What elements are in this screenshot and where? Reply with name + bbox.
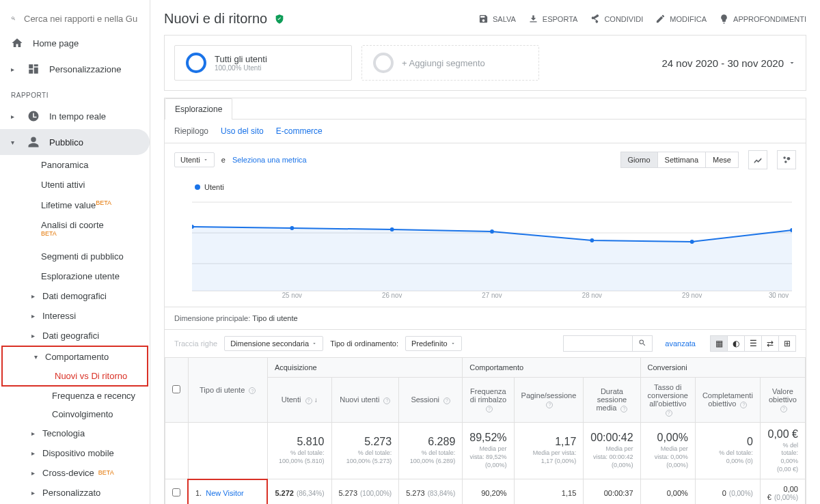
table-search-input[interactable] <box>564 336 632 351</box>
row-checkbox[interactable] <box>172 488 180 496</box>
highlight-box-behavior: ▾Comportamento Nuovi vs Di ritorno <box>1 346 148 387</box>
sub-geo[interactable]: ▸Dati geografici <box>0 326 150 346</box>
sub-userexp[interactable]: Esplorazione utente <box>0 266 150 286</box>
help-icon[interactable]: ? <box>486 406 493 412</box>
chevron-right-icon: ▸ <box>11 113 18 120</box>
tab-exploration[interactable]: Esplorazione <box>165 98 232 120</box>
sub-active[interactable]: Utenti attivi <box>0 175 150 195</box>
view-pie-button[interactable]: ◐ <box>727 335 745 352</box>
view-table-button[interactable]: ▦ <box>710 335 728 352</box>
export-button[interactable]: ESPORTA <box>528 14 578 24</box>
help-icon[interactable]: ? <box>620 406 627 412</box>
table-search-button[interactable] <box>632 336 652 351</box>
subtab-row: Riepilogo Uso del sito E-commerce <box>165 120 806 143</box>
col-goal-value[interactable]: Valore obiettivo ? <box>760 378 805 423</box>
col-duration[interactable]: Durata sessione media ? <box>584 378 640 423</box>
data-table: Tipo di utente ? Acquisizione Comportame… <box>165 357 806 504</box>
share-button[interactable]: CONDIVIDI <box>590 14 643 24</box>
row-link[interactable]: New Visitor <box>206 489 243 497</box>
clock-icon <box>27 110 40 122</box>
user-icon <box>27 136 40 148</box>
insights-icon <box>719 14 729 24</box>
nav-audience[interactable]: ▾ Pubblico <box>0 129 150 155</box>
nav-custom[interactable]: ▸ Personalizzazione <box>0 56 150 82</box>
segment-all-users[interactable]: Tutti gli utenti 100,00% Utenti <box>174 45 352 81</box>
tab-row: Esplorazione <box>165 98 806 120</box>
save-icon <box>478 14 489 24</box>
page-title: Nuovi e di ritorno <box>164 11 267 27</box>
chart-line-button[interactable] <box>748 150 767 169</box>
help-icon[interactable]: ? <box>666 410 672 417</box>
sub-interests[interactable]: ▸Interessi <box>0 306 150 326</box>
help-icon[interactable]: ? <box>383 397 390 404</box>
help-icon[interactable]: ? <box>546 402 553 408</box>
sort-dropdown[interactable]: Predefinito <box>405 336 462 351</box>
view-bar-button[interactable]: ☰ <box>744 335 762 352</box>
search-input[interactable] <box>24 14 139 24</box>
help-icon[interactable]: ? <box>780 406 787 412</box>
toolbar: SALVA ESPORTA CONDIVIDI MODIFICA APPROFO… <box>478 14 806 24</box>
subtab-ecommerce[interactable]: E-commerce <box>276 126 323 136</box>
chevron-down-icon: ▾ <box>11 139 18 146</box>
beta-badge: BETA <box>96 199 111 206</box>
svg-point-1 <box>787 157 791 160</box>
sub-new-vs-returning[interactable]: Nuovi vs Di ritorno <box>3 367 147 385</box>
sub-engage[interactable]: Coinvolgimento <box>0 405 150 423</box>
reports-section-label: RAPPORTI <box>0 82 150 103</box>
day-button[interactable]: Giorno <box>620 152 658 168</box>
help-icon[interactable]: ? <box>443 397 450 404</box>
svg-point-2 <box>784 160 787 163</box>
col-sessions[interactable]: Sessioni ? <box>399 378 463 423</box>
sort-arrow-icon: ↓ <box>314 396 318 404</box>
help-icon[interactable]: ? <box>249 387 256 394</box>
view-comparison-button[interactable]: ⇄ <box>761 335 779 352</box>
col-completions[interactable]: Completamenti obiettivo ? <box>695 378 760 423</box>
beta-badge: BETA <box>41 230 57 237</box>
col-users[interactable]: Utenti ? ↓ <box>267 378 331 423</box>
sub-custom2[interactable]: ▸Personalizzato <box>0 483 150 503</box>
week-button[interactable]: Settimana <box>657 152 707 168</box>
sub-segments[interactable]: Segmenti di pubblico <box>0 247 150 266</box>
month-button[interactable]: Mese <box>705 152 739 168</box>
sub-overview[interactable]: Panoramica <box>0 155 150 175</box>
col-type[interactable]: Tipo di utente <box>200 386 245 394</box>
sub-freq[interactable]: Frequenza e recency <box>0 387 150 405</box>
subtab-site-usage[interactable]: Uso del sito <box>221 126 264 136</box>
chevron-right-icon: ▸ <box>31 449 38 457</box>
col-bounce[interactable]: Frequenza di rimbalzo ? <box>463 378 514 423</box>
nav-realtime[interactable]: ▸ In tempo reale <box>0 103 150 129</box>
add-segment-label: + Aggiungi segmento <box>402 58 485 68</box>
segment-circle-icon <box>186 53 206 73</box>
sub-behavior[interactable]: ▾Comportamento <box>3 347 147 367</box>
insights-button[interactable]: APPROFONDIMENTI <box>719 14 806 24</box>
secondary-dim-dropdown[interactable]: Dimensione secondaria <box>224 336 323 351</box>
help-icon[interactable]: ? <box>305 397 312 404</box>
date-range-picker[interactable]: 24 nov 2020 - 30 nov 2020 <box>662 57 796 69</box>
col-pages[interactable]: Pagine/sessione ? <box>514 378 584 423</box>
nav-realtime-label: In tempo reale <box>49 111 106 122</box>
add-segment[interactable]: + Aggiungi segmento <box>361 45 539 81</box>
sub-lifetime[interactable]: Lifetime valueBETA <box>0 195 150 215</box>
view-pivot-button[interactable]: ⊞ <box>778 335 796 352</box>
select-metric-link[interactable]: Seleziona una metrica <box>232 156 307 164</box>
share-icon <box>590 14 600 24</box>
col-new-users[interactable]: Nuovi utenti ? <box>331 378 399 423</box>
select-all-checkbox[interactable] <box>172 385 180 393</box>
sub-mobile[interactable]: ▸Dispositivo mobile <box>0 443 150 463</box>
metric-dropdown[interactable]: Utenti <box>174 152 215 167</box>
subtab-summary[interactable]: Riepilogo <box>174 126 208 136</box>
sub-demo[interactable]: ▸Dati demografici <box>0 286 150 306</box>
save-button[interactable]: SALVA <box>478 14 516 24</box>
chart-motion-button[interactable] <box>777 150 796 169</box>
advanced-link[interactable]: avanzata <box>665 339 696 348</box>
segment-card: Tutti gli utenti 100,00% Utenti + Aggiun… <box>164 35 806 91</box>
help-icon[interactable]: ? <box>740 402 747 408</box>
edit-button[interactable]: MODIFICA <box>655 14 707 24</box>
sub-tech[interactable]: ▸Tecnologia <box>0 423 150 443</box>
svg-point-14 <box>590 238 594 242</box>
sub-cross[interactable]: ▸Cross-device BETA <box>0 463 150 483</box>
nav-home[interactable]: Home page <box>0 30 150 56</box>
col-conv-rate[interactable]: Tasso di conversione all'obiettivo ? <box>640 378 695 423</box>
sort-label: Tipo di ordinamento: <box>330 339 398 348</box>
sub-cohort[interactable]: Analisi di coorteBETA <box>0 215 150 246</box>
